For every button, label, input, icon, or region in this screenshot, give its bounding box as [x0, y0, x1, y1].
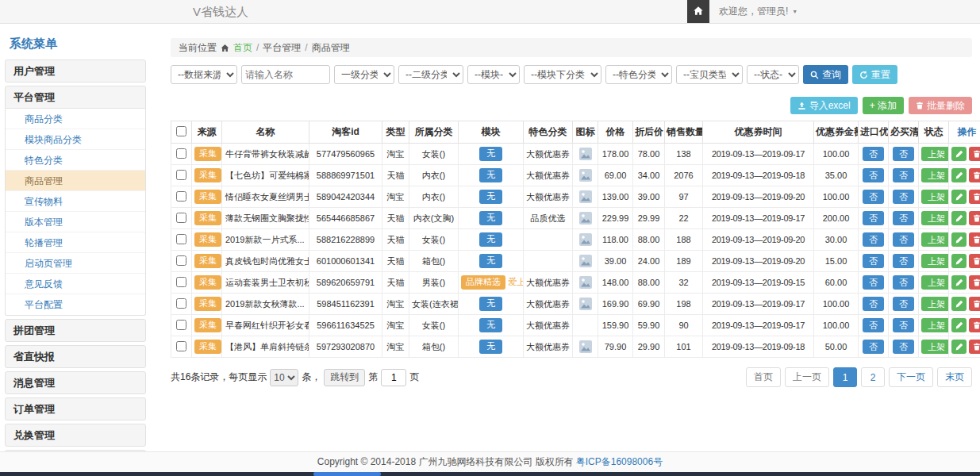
must-buy-toggle[interactable]: 否	[893, 275, 914, 290]
breadcrumb-home-link[interactable]: 首页	[233, 41, 252, 55]
featured-category-filter[interactable]: --特色分类--	[605, 65, 672, 84]
item-type-filter[interactable]: --宝贝类型--	[676, 65, 743, 84]
sidebar-item-carousel-management[interactable]: 轮播管理	[6, 232, 145, 253]
status-toggle[interactable]: 上架	[921, 318, 949, 332]
status-toggle[interactable]: 上架	[921, 147, 949, 161]
edit-button[interactable]	[951, 318, 967, 332]
import-excel-button[interactable]: 导入excel	[790, 97, 858, 114]
status-toggle[interactable]: 上架	[921, 190, 949, 204]
import-select-toggle[interactable]: 否	[863, 232, 884, 247]
last-page-button[interactable]: 末页	[937, 367, 972, 387]
scrollbar-thumb[interactable]	[313, 472, 381, 476]
row-checkbox[interactable]	[176, 277, 186, 287]
delete-button[interactable]	[969, 318, 980, 332]
per-page-select[interactable]: 10	[270, 369, 298, 386]
row-checkbox[interactable]	[176, 255, 186, 266]
batch-delete-button[interactable]: 批量删除	[909, 97, 972, 114]
status-toggle[interactable]: 上架	[921, 232, 949, 247]
sidebar-item-version-management[interactable]: 版本管理	[6, 212, 145, 232]
sidebar-group-express-news[interactable]: 省直快报	[5, 345, 146, 368]
edit-button[interactable]	[951, 232, 967, 247]
module-filter[interactable]: --模块--	[467, 65, 520, 84]
import-select-toggle[interactable]: 否	[863, 254, 884, 268]
import-select-toggle[interactable]: 否	[863, 147, 884, 161]
row-checkbox[interactable]	[176, 234, 186, 244]
level1-category-filter[interactable]: 一级分类	[334, 65, 394, 84]
row-checkbox[interactable]	[176, 191, 186, 202]
reset-button[interactable]: 重置	[852, 65, 897, 84]
sidebar-item-product-category[interactable]: 商品分类	[6, 109, 145, 129]
must-buy-toggle[interactable]: 否	[893, 147, 914, 161]
must-buy-toggle[interactable]: 否	[893, 232, 914, 247]
delete-button[interactable]	[969, 190, 980, 204]
delete-button[interactable]	[969, 147, 980, 161]
status-toggle[interactable]: 上架	[921, 211, 949, 225]
import-select-toggle[interactable]: 否	[863, 340, 884, 354]
sidebar-item-platform-config[interactable]: 平台配置	[6, 294, 145, 315]
level2-category-filter[interactable]: --二级分类--	[398, 65, 463, 84]
must-buy-toggle[interactable]: 否	[893, 168, 914, 182]
name-input[interactable]	[241, 65, 330, 84]
status-toggle[interactable]: 上架	[921, 168, 949, 182]
select-all-checkbox[interactable]	[176, 126, 186, 136]
page-2-button[interactable]: 2	[861, 367, 885, 387]
import-select-toggle[interactable]: 否	[863, 297, 884, 311]
status-toggle[interactable]: 上架	[921, 254, 949, 268]
delete-button[interactable]	[969, 211, 980, 225]
edit-button[interactable]	[951, 254, 967, 268]
delete-button[interactable]	[969, 340, 980, 354]
edit-button[interactable]	[951, 340, 967, 354]
edit-button[interactable]	[951, 190, 967, 204]
user-dropdown[interactable]: 欢迎您，管理员! ▼	[709, 0, 807, 23]
must-buy-toggle[interactable]: 否	[893, 318, 914, 332]
status-filter[interactable]: --状态--	[747, 65, 799, 84]
search-button[interactable]: 查询	[803, 65, 848, 84]
import-select-toggle[interactable]: 否	[863, 190, 884, 204]
next-page-button[interactable]: 下一页	[889, 367, 933, 387]
edit-button[interactable]	[951, 147, 967, 161]
edit-button[interactable]	[951, 275, 967, 290]
row-checkbox[interactable]	[176, 298, 186, 309]
sidebar-group-platform-management[interactable]: 平台管理	[5, 86, 146, 109]
horizontal-scrollbar[interactable]	[0, 472, 980, 476]
delete-button[interactable]	[969, 168, 980, 182]
sidebar-item-product-management[interactable]: 商品管理	[6, 171, 145, 191]
import-select-toggle[interactable]: 否	[863, 168, 884, 182]
status-toggle[interactable]: 上架	[921, 297, 949, 311]
sidebar-item-splash-page-management[interactable]: 启动页管理	[6, 253, 145, 274]
sidebar-group-order-management[interactable]: 订单管理	[5, 397, 146, 420]
sidebar-item-feedback[interactable]: 意见反馈	[6, 274, 145, 294]
must-buy-toggle[interactable]: 否	[893, 254, 914, 268]
edit-button[interactable]	[951, 211, 967, 225]
home-button[interactable]	[687, 0, 709, 23]
import-select-toggle[interactable]: 否	[863, 211, 884, 225]
delete-button[interactable]	[969, 297, 980, 311]
row-checkbox[interactable]	[176, 148, 186, 159]
breadcrumb-item-platform-management[interactable]: 平台管理	[263, 41, 301, 55]
status-toggle[interactable]: 上架	[921, 275, 949, 290]
prev-page-button[interactable]: 上一页	[785, 367, 829, 387]
edit-button[interactable]	[951, 297, 967, 311]
sidebar-group-user-management[interactable]: 用户管理	[5, 60, 146, 83]
row-checkbox[interactable]	[176, 341, 186, 351]
row-checkbox[interactable]	[176, 320, 186, 330]
sidebar-item-promo-materials[interactable]: 宣传物料	[6, 191, 145, 212]
must-buy-toggle[interactable]: 否	[893, 340, 914, 354]
sidebar-group-exchange-management[interactable]: 兑换管理	[5, 424, 146, 447]
first-page-button[interactable]: 首页	[746, 367, 781, 387]
delete-button[interactable]	[969, 232, 980, 247]
row-checkbox[interactable]	[176, 213, 186, 223]
must-buy-toggle[interactable]: 否	[893, 211, 914, 225]
status-toggle[interactable]: 上架	[921, 340, 949, 354]
icp-link[interactable]: 粤ICP备16098006号	[576, 455, 663, 469]
row-checkbox[interactable]	[176, 170, 186, 180]
page-number-input[interactable]	[381, 369, 406, 386]
module-sub-category-filter[interactable]: --模块下分类--	[524, 65, 601, 84]
delete-button[interactable]	[969, 254, 980, 268]
page-1-button[interactable]: 1	[833, 367, 857, 387]
must-buy-toggle[interactable]: 否	[893, 190, 914, 204]
sidebar-group-message-management[interactable]: 消息管理	[5, 371, 146, 394]
edit-button[interactable]	[951, 168, 967, 182]
add-button[interactable]: + 添加	[863, 97, 904, 114]
must-buy-toggle[interactable]: 否	[893, 297, 914, 311]
